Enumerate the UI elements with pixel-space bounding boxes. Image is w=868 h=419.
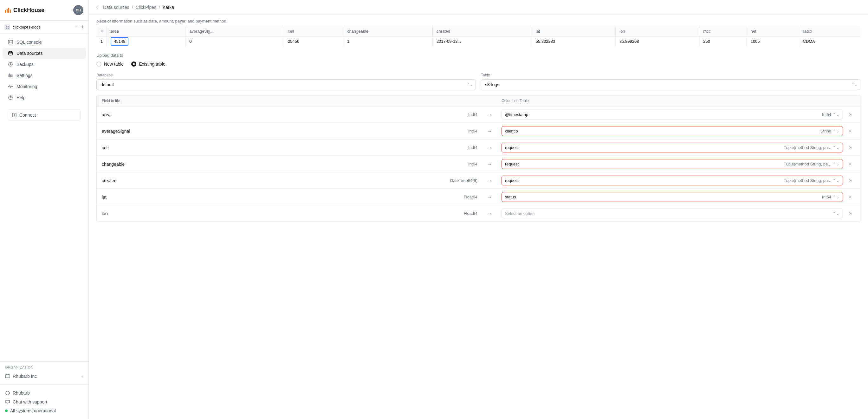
svg-point-14 xyxy=(6,391,9,395)
column-select-changeable-inner[interactable]: request Tuple(method String, pa... ⌃⌄ xyxy=(501,159,843,169)
column-select-cell[interactable]: request Tuple(method String, pa... ⌃⌄ xyxy=(501,142,843,153)
cell-area-value[interactable]: 45148 xyxy=(111,37,128,46)
sidebar-header: ClickHouse CH xyxy=(0,0,88,21)
col-header-mcc: mcc xyxy=(699,26,747,36)
sidebar-item-backups[interactable]: Backups xyxy=(3,59,86,70)
column-select-area[interactable]: @timestamp Int64 ⌃⌄ xyxy=(501,110,843,120)
remove-btn-changeable[interactable]: × xyxy=(845,161,855,167)
arrow-cell: → xyxy=(480,145,499,151)
status-item: All systems operational xyxy=(5,406,83,415)
sidebar-item-monitoring[interactable]: Monitoring xyxy=(3,81,86,92)
breadcrumb-data-sources[interactable]: Data sources xyxy=(103,5,129,10)
breadcrumb-sep-2: / xyxy=(159,5,160,10)
data-preview-table: # area averageSig... cell changeable cre… xyxy=(96,26,860,46)
sidebar-item-data-sources[interactable]: Data sources xyxy=(3,48,86,59)
rhubarb-label: Rhubarb xyxy=(13,390,30,395)
breadcrumb-sep-1: / xyxy=(132,5,133,10)
mapping-row-lat: lat Float64 → status Int64 ⌃⌄ × xyxy=(97,189,860,205)
avatar[interactable]: CH xyxy=(73,5,83,15)
sidebar-item-settings[interactable]: Settings xyxy=(3,70,86,81)
chat-support-item[interactable]: Chat with support xyxy=(5,397,83,406)
org-name: Rhubarb Inc xyxy=(13,374,37,379)
breadcrumb-kafka[interactable]: Kafka xyxy=(163,5,174,10)
column-select-avg-signal-inner[interactable]: clientip String ⌃⌄ xyxy=(501,126,843,136)
cell-net: 1005 xyxy=(747,36,799,46)
column-value-cell: request xyxy=(505,145,784,150)
collapse-button[interactable]: ‹ xyxy=(96,4,98,10)
mapping-row-lon: lon Float64 → Select an option ⌃⌄ × xyxy=(97,205,860,222)
column-select-area-inner[interactable]: @timestamp Int64 ⌃⌄ xyxy=(501,110,843,120)
svg-rect-2 xyxy=(6,28,7,29)
sidebar-item-sql-console[interactable]: SQL console xyxy=(3,37,86,47)
database-select[interactable]: default xyxy=(96,79,476,90)
column-select-avg-signal-chevron-icon: ⌃⌄ xyxy=(833,129,839,133)
arrow-lon: → xyxy=(480,211,499,217)
col-header-created: created xyxy=(432,26,532,36)
radio-existing-table[interactable]: Existing table xyxy=(131,62,165,67)
arrow-changeable: → xyxy=(480,161,499,167)
remove-btn-created[interactable]: × xyxy=(845,178,855,184)
cell-avg-signal: 0 xyxy=(185,36,284,46)
field-name-lon: lon xyxy=(102,211,443,216)
column-select-avg-signal[interactable]: clientip String ⌃⌄ xyxy=(501,126,843,136)
connect-button[interactable]: Connect xyxy=(8,110,81,121)
field-type-changeable: Int64 xyxy=(446,162,477,166)
column-select-cell-chevron-icon: ⌃⌄ xyxy=(833,145,839,150)
remove-btn-area[interactable]: × xyxy=(845,112,855,118)
remove-btn-lon[interactable]: × xyxy=(845,211,855,217)
table-select[interactable]: s3-logs xyxy=(481,79,860,90)
table-row: 1 45148 0 25456 1 2017-09-13... 55.33228… xyxy=(97,36,860,46)
column-type-avg-signal: String xyxy=(820,129,831,133)
svg-point-7 xyxy=(9,74,10,75)
org-item-rhubarb[interactable]: Rhubarb Inc › xyxy=(5,372,83,381)
workspace-icon xyxy=(4,24,10,30)
column-type-created: Tuple(method String, pa... xyxy=(784,178,831,183)
nav-section: SQL console Data sources Backups Setting… xyxy=(0,34,88,106)
activity-icon xyxy=(8,84,13,89)
workspace-name: clickpipes-docs xyxy=(13,25,72,30)
radio-new-table-circle[interactable] xyxy=(96,62,101,67)
column-select-lon[interactable]: Select an option ⌃⌄ xyxy=(501,208,843,218)
radio-new-table[interactable]: New table xyxy=(96,62,124,67)
cell-cell: 25456 xyxy=(284,36,343,46)
field-type-lat: Float64 xyxy=(446,195,477,199)
column-select-created-inner[interactable]: request Tuple(method String, pa... ⌃⌄ xyxy=(501,175,843,185)
column-select-created-chevron-icon: ⌃⌄ xyxy=(833,178,839,183)
workspace-selector[interactable]: clickpipes-docs ⌃ + xyxy=(0,21,88,34)
remove-btn-cell[interactable]: × xyxy=(845,145,855,151)
column-select-lon-inner[interactable]: Select an option ⌃⌄ xyxy=(501,208,843,218)
cell-mcc: 250 xyxy=(699,36,747,46)
org-icon xyxy=(5,374,10,379)
column-select-cell-inner[interactable]: request Tuple(method String, pa... ⌃⌄ xyxy=(501,142,843,153)
sidebar-item-help[interactable]: Help xyxy=(3,92,86,103)
column-select-changeable[interactable]: request Tuple(method String, pa... ⌃⌄ xyxy=(501,159,843,169)
logo-text: ClickHouse xyxy=(13,7,44,13)
sidebar-label-monitoring: Monitoring xyxy=(17,84,37,89)
arrow-area: → xyxy=(480,112,499,118)
svg-point-8 xyxy=(11,75,12,76)
terminal-icon xyxy=(8,39,13,45)
rhubarb-item[interactable]: Rhubarb xyxy=(5,389,83,397)
clock-icon xyxy=(8,62,13,67)
svg-rect-0 xyxy=(6,26,7,27)
org-chevron-icon: › xyxy=(82,374,83,379)
status-dot-icon xyxy=(5,410,8,412)
mapping-header-column: Column in Table xyxy=(501,99,843,103)
add-workspace-button[interactable]: + xyxy=(81,24,84,30)
content-area: piece of information such as date, amoun… xyxy=(89,15,868,419)
column-select-lat-inner[interactable]: status Int64 ⌃⌄ xyxy=(501,192,843,202)
cell-area[interactable]: 45148 xyxy=(107,36,185,46)
sidebar-label-backups: Backups xyxy=(17,62,34,67)
remove-btn-avg-signal[interactable]: × xyxy=(845,128,855,134)
status-label: All systems operational xyxy=(10,408,56,413)
svg-rect-3 xyxy=(8,28,9,29)
remove-btn-lat[interactable]: × xyxy=(845,194,855,200)
chat-icon xyxy=(5,399,10,405)
mapping-row-area: area Int64 → @timestamp Int64 ⌃⌄ × xyxy=(97,106,860,123)
radio-existing-table-circle[interactable] xyxy=(131,62,136,67)
column-value-lon: Select an option xyxy=(505,211,833,216)
chat-support-label: Chat with support xyxy=(13,399,47,405)
column-select-lat[interactable]: status Int64 ⌃⌄ xyxy=(501,192,843,202)
breadcrumb-clickpipes[interactable]: ClickPipes xyxy=(136,5,156,10)
column-select-created[interactable]: request Tuple(method String, pa... ⌃⌄ xyxy=(501,175,843,185)
